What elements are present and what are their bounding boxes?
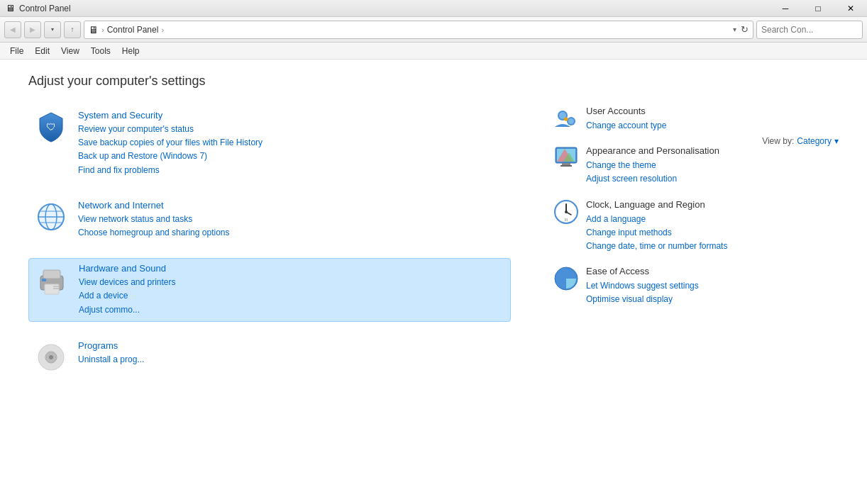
appearance-link-0[interactable]: Change the theme [586,159,795,172]
hardware-sound-link-1[interactable]: Add a device [79,289,504,303]
left-column: 🛡 System and Security Review your comput… [28,106,511,393]
view-by-value[interactable]: Category [797,136,832,146]
clock-link-2[interactable]: Change date, time or number formats [586,240,795,253]
ease-access-text: Ease of Access Let Windows suggest setti… [586,266,795,306]
network-internet-title[interactable]: Network and Internet [78,200,505,211]
maximize-button[interactable]: □ [802,0,834,17]
svg-rect-10 [42,279,46,281]
dropdown-button[interactable]: ▾ [44,21,61,38]
ease-access-icon [553,266,579,291]
system-security-text: System and Security Review your computer… [78,110,505,177]
page-title: Adjust your computer's settings [28,74,839,89]
network-internet-text: Network and Internet View network status… [78,200,505,240]
svg-rect-25 [562,163,570,165]
address-bar: 🖥 › Control Panel › ▾ ↻ [84,21,753,39]
programs-icon [34,340,68,374]
menu-view[interactable]: View [55,45,85,57]
category-system-security: 🛡 System and Security Review your comput… [28,106,511,181]
svg-rect-26 [560,165,572,167]
ease-access-title: Ease of Access [586,266,795,276]
category-programs: Programs Uninstall a prog... [28,336,511,379]
svg-rect-9 [45,284,59,294]
right-clock: III Clock, Language and Region Add a lan… [553,199,795,254]
right-appearance: Appearance and Personalisation Change th… [553,145,795,186]
hardware-sound-title[interactable]: Hardware and Sound [79,263,504,274]
svg-rect-8 [43,270,60,279]
system-security-link-0[interactable]: Review your computer's status [78,123,505,136]
window-controls: ─ □ ✕ [769,0,867,17]
category-network-internet: Network and Internet View network status… [28,196,511,244]
system-security-link-3[interactable]: Find and fix problems [78,164,505,177]
address-bar-icon: 🖥 [89,24,99,35]
address-bar-arrow: › [101,26,104,34]
menu-edit[interactable]: Edit [29,45,55,57]
minimize-button[interactable]: ─ [769,0,802,17]
user-accounts-text: User Accounts Change account type [586,106,795,133]
close-button[interactable]: ✕ [834,0,867,17]
main-content: View by: Category ▾ Adjust your computer… [0,60,867,407]
address-bar-right: ▾ ↻ [733,24,749,35]
category-hardware-sound: Hardware and Sound View devices and prin… [28,258,511,322]
network-internet-link-0[interactable]: View network status and tasks [78,213,505,226]
forward-button[interactable]: ▶ [24,21,41,38]
appearance-icon [553,145,579,171]
menu-file[interactable]: File [4,45,29,57]
svg-point-19 [568,118,574,124]
network-internet-link-1[interactable]: Choose homegroup and sharing options [78,226,505,240]
svg-text:III: III [565,218,568,222]
user-accounts-icon [553,106,579,131]
svg-point-31 [565,211,568,213]
back-button[interactable]: ◀ [4,21,21,38]
hardware-sound-link-0[interactable]: View devices and printers [79,276,504,289]
system-security-link-1[interactable]: Save backup copies of your files with Fi… [78,136,505,150]
system-security-link-2[interactable]: Back up and Restore (Windows 7) [78,150,505,163]
content-columns: 🛡 System and Security Review your comput… [28,106,839,393]
address-bar-arrow2: › [161,26,164,34]
address-bar-path: Control Panel [107,25,159,35]
title-bar-text: Control Panel [19,4,71,13]
view-by-arrow-icon[interactable]: ▾ [834,136,839,146]
user-accounts-title: User Accounts [586,106,795,116]
title-bar-icon: 🖥 [6,3,15,13]
menu-bar: File Edit View Tools Help [0,43,867,60]
up-button[interactable]: ↑ [64,21,81,38]
clock-link-0[interactable]: Add a language [586,213,795,226]
nav-bar: ◀ ▶ ▾ ↑ 🖥 › Control Panel › ▾ ↻ [0,17,867,43]
network-internet-icon [34,200,68,234]
clock-icon: III [553,199,579,225]
right-ease-access: Ease of Access Let Windows suggest setti… [553,266,795,306]
ease-access-link-0[interactable]: Let Windows suggest settings [586,279,795,293]
refresh-icon[interactable]: ↻ [741,24,749,35]
appearance-title: Appearance and Personalisation [586,145,795,156]
view-by: View by: Category ▾ [762,136,839,146]
svg-point-6 [38,204,64,230]
right-user-accounts: User Accounts Change account type [553,106,795,133]
programs-title[interactable]: Programs [78,340,505,351]
system-security-title[interactable]: System and Security [78,110,505,121]
svg-point-15 [49,355,53,359]
clock-text: Clock, Language and Region Add a languag… [586,199,795,254]
menu-help[interactable]: Help [116,45,145,57]
hardware-sound-link-2[interactable]: Adjust commo... [79,303,504,317]
clock-link-1[interactable]: Change input methods [586,226,795,240]
appearance-link-1[interactable]: Adjust screen resolution [586,172,795,186]
svg-text:🛡: 🛡 [46,121,56,133]
programs-text: Programs Uninstall a prog... [78,340,505,366]
user-accounts-link-0[interactable]: Change account type [586,119,795,133]
search-input[interactable] [756,21,863,39]
ease-access-link-1[interactable]: Optimise visual display [586,293,795,306]
title-bar: 🖥 Control Panel ─ □ ✕ [0,0,867,17]
hardware-sound-text: Hardware and Sound View devices and prin… [79,263,504,317]
menu-tools[interactable]: Tools [85,45,116,57]
hardware-sound-icon [35,263,69,297]
clock-title: Clock, Language and Region [586,199,795,210]
programs-link-0[interactable]: Uninstall a prog... [78,353,505,366]
appearance-text: Appearance and Personalisation Change th… [586,145,795,186]
dropdown-arrow-icon: ▾ [733,26,736,33]
right-column: User Accounts Change account type [553,106,795,393]
system-security-icon: 🛡 [34,110,68,144]
view-by-label: View by: [762,136,794,146]
